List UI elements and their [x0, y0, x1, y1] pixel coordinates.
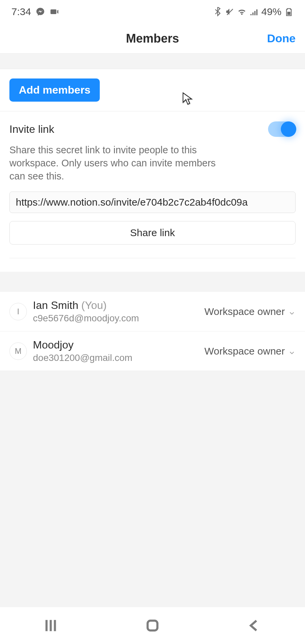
invite-link-section: Invite link Share this secret link to in… — [0, 111, 305, 272]
member-email: c9e5676d@moodjoy.com — [33, 313, 198, 324]
status-left: 7:34 — [11, 6, 59, 17]
signal-icon — [249, 7, 259, 16]
status-time: 7:34 — [11, 6, 31, 17]
done-button[interactable]: Done — [267, 32, 296, 45]
page-header: Members Done — [0, 23, 305, 54]
mute-vibrate-icon — [225, 7, 234, 16]
member-name: Moodjoy — [33, 339, 198, 351]
status-bar: 7:34 49% — [0, 0, 305, 23]
page-title: Members — [126, 32, 179, 46]
section-gap — [0, 272, 305, 292]
member-info: Ian Smith (You) c9e5676d@moodjoy.com — [33, 299, 198, 324]
nav-back-icon[interactable] — [246, 617, 263, 634]
member-email: doe301200@gmail.com — [33, 353, 198, 363]
member-row: M Moodjoy doe301200@gmail.com Workspace … — [0, 331, 305, 371]
member-row: I Ian Smith (You) c9e5676d@moodjoy.com W… — [0, 292, 305, 331]
member-name-text: Moodjoy — [33, 339, 74, 351]
status-right: 49% — [213, 6, 294, 17]
invite-link-field[interactable]: https://www.notion.so/invite/e704b2c7c2a… — [9, 192, 296, 213]
member-you-label: (You) — [81, 299, 106, 311]
toggle-knob — [281, 121, 296, 137]
invite-link-description: Share this secret link to invite people … — [9, 144, 224, 183]
member-info: Moodjoy doe301200@gmail.com — [33, 339, 198, 363]
divider — [9, 258, 296, 258]
wifi-icon — [237, 7, 247, 16]
battery-percent: 49% — [261, 6, 281, 17]
avatar: M — [9, 342, 27, 360]
svg-rect-5 — [147, 621, 157, 630]
add-members-button[interactable]: Add members — [9, 78, 100, 102]
member-role-label: Workspace owner — [204, 345, 285, 357]
nav-home-icon[interactable] — [144, 617, 161, 634]
chevron-down-icon — [288, 308, 296, 315]
section-gap — [0, 54, 305, 69]
svg-rect-1 — [287, 12, 290, 15]
avatar: I — [9, 303, 27, 320]
video-notification-icon — [50, 7, 59, 16]
invite-link-title: Invite link — [9, 123, 54, 136]
bluetooth-icon — [213, 7, 222, 16]
messenger-icon — [36, 7, 45, 16]
invite-link-toggle[interactable] — [268, 121, 296, 137]
member-role-selector[interactable]: Workspace owner — [204, 345, 296, 357]
member-role-label: Workspace owner — [204, 306, 285, 317]
android-nav-bar — [0, 607, 305, 644]
member-name-text: Ian Smith — [33, 299, 78, 311]
nav-recent-icon[interactable] — [42, 617, 59, 634]
add-members-section: Add members — [0, 69, 305, 111]
chevron-down-icon — [288, 347, 296, 355]
battery-icon — [284, 7, 294, 16]
member-name: Ian Smith (You) — [33, 299, 198, 312]
member-role-selector[interactable]: Workspace owner — [204, 306, 296, 317]
share-link-button[interactable]: Share link — [9, 221, 296, 245]
